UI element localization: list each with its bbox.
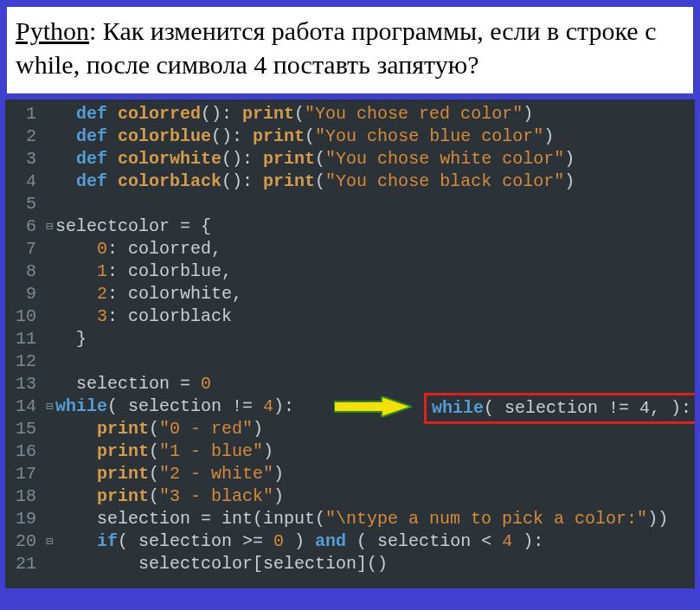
code-line: 12 xyxy=(5,350,695,373)
code-line: 2 def colorblue(): print("You chose blue… xyxy=(5,125,695,148)
code-content: def colorred(): print("You chose red col… xyxy=(55,103,533,125)
code-content: } xyxy=(55,328,87,350)
code-content: def colorblack(): print("You chose black… xyxy=(55,170,575,193)
line-number: 4 xyxy=(5,170,43,193)
code-content: if( selection >= 0 ) and ( selection < 4… xyxy=(55,530,543,553)
code-line: 21 selectcolor[selection]() xyxy=(5,553,695,575)
code-line: 6⊟selectcolor = { xyxy=(5,215,695,238)
code-content: print("2 - white") xyxy=(55,463,284,485)
code-content: print("0 - red") xyxy=(55,418,263,440)
callout-rest: ( selection != 4, ): xyxy=(484,398,691,418)
line-number: 9 xyxy=(5,283,43,305)
line-number: 15 xyxy=(5,418,43,440)
line-number: 17 xyxy=(5,463,43,485)
svg-marker-0 xyxy=(334,396,412,417)
code-content: 2: colorwhite, xyxy=(55,283,242,305)
fold-marker[interactable]: ⊟ xyxy=(43,395,55,418)
code-line: 17 print("2 - white") xyxy=(5,463,695,485)
code-content: 0: colorred, xyxy=(55,238,222,260)
line-number: 8 xyxy=(5,260,43,283)
code-line: 19 selection = int(input("\ntype a num t… xyxy=(5,508,695,530)
code-editor: 1 def colorred(): print("You chose red c… xyxy=(5,100,695,588)
code-content: 1: colorblue, xyxy=(55,260,232,283)
code-line: 7 0: colorred, xyxy=(5,238,695,260)
line-number: 21 xyxy=(5,553,43,575)
fold-marker[interactable]: ⊟ xyxy=(43,530,55,553)
line-number: 13 xyxy=(5,373,43,395)
code-content: selectcolor[selection]() xyxy=(55,553,388,575)
line-number: 20 xyxy=(5,530,43,553)
code-line: 15 print("0 - red") xyxy=(5,418,695,440)
code-line: 9 2: colorwhite, xyxy=(5,283,695,305)
code-content: print("3 - black") xyxy=(55,485,284,508)
line-number: 18 xyxy=(5,485,43,508)
code-content: selection = 0 xyxy=(55,373,211,395)
line-number: 6 xyxy=(5,215,43,238)
code-content: 3: colorblack xyxy=(55,305,232,328)
line-number: 16 xyxy=(5,440,43,463)
arrow-icon xyxy=(334,396,412,417)
line-number: 19 xyxy=(5,508,43,530)
code-line: 3 def colorwhite(): print("You chose whi… xyxy=(5,148,695,170)
code-line: 8 1: colorblue, xyxy=(5,260,695,283)
code-line: 20⊟ if( selection >= 0 ) and ( selection… xyxy=(5,530,695,553)
code-line: 5 xyxy=(5,193,695,215)
line-number: 7 xyxy=(5,238,43,260)
code-line: 14⊟while( selection != 4):while( selecti… xyxy=(5,395,695,418)
code-content: print("1 - blue") xyxy=(55,440,273,463)
code-content: selection = int(input("\ntype a num to p… xyxy=(55,508,668,530)
line-number: 5 xyxy=(5,193,43,215)
fold-marker[interactable]: ⊟ xyxy=(43,215,55,238)
line-number: 14 xyxy=(5,395,43,418)
line-number: 3 xyxy=(5,148,43,170)
code-content: while( selection != 4):while( selection … xyxy=(55,395,294,418)
line-number: 11 xyxy=(5,328,43,350)
question-text: Python: Как изменится работа программы, … xyxy=(16,14,684,81)
callout-keyword: while xyxy=(432,398,484,418)
code-content: def colorwhite(): print("You chose white… xyxy=(55,148,575,170)
code-line: 1 def colorred(): print("You chose red c… xyxy=(5,103,695,125)
code-line: 11 } xyxy=(5,328,695,350)
code-line: 4 def colorblack(): print("You chose bla… xyxy=(5,170,695,193)
line-number: 1 xyxy=(5,103,43,125)
question-box: Python: Как изменится работа программы, … xyxy=(5,5,695,95)
code-content: selectcolor = { xyxy=(55,215,211,238)
line-number: 2 xyxy=(5,125,43,148)
code-line: 10 3: colorblack xyxy=(5,305,695,328)
question-body: : Как изменится работа программы, если в… xyxy=(16,16,656,79)
line-number: 10 xyxy=(5,305,43,328)
question-lang-label: Python xyxy=(16,16,89,45)
code-line: 18 print("3 - black") xyxy=(5,485,695,508)
code-content: def colorblue(): print("You chose blue c… xyxy=(55,125,554,148)
line-number: 12 xyxy=(5,350,43,373)
code-line: 16 print("1 - blue") xyxy=(5,440,695,463)
